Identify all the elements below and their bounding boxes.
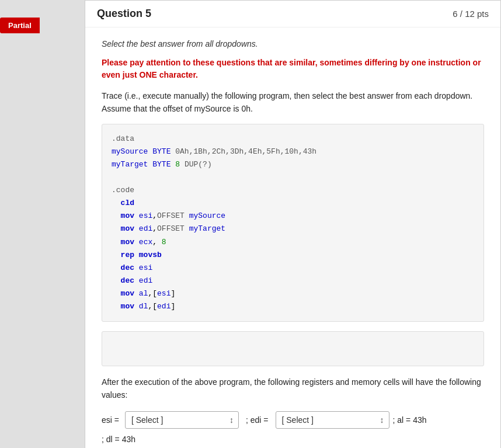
partial-badge: Partial [0,18,40,33]
esi-select-arrow-icon: ↕ [227,415,236,425]
edi-select-wrapper[interactable]: [ Select ] 0h 7h 8h 9h 10h 43h ↕ [276,411,389,429]
description-text: Trace (i.e., execute manually) the follo… [102,89,484,116]
code-line-8: mov ecx, 8 [112,236,474,249]
code-line-13: mov dl,[edi] [112,300,474,313]
edi-select-arrow-icon: ↕ [378,415,387,425]
al-value: ; al = 43h [393,415,427,425]
after-text: After the execution of the above program… [102,376,484,402]
code-line-5: cld [112,197,474,210]
code-line-2: mySource BYTE 0Ah,1Bh,2Ch,3Dh,4Eh,5Fh,10… [112,145,474,158]
code-line-6: mov esi,OFFSET mySource [112,210,474,223]
content-area: Select the best answer from all dropdown… [85,27,500,448]
answer-row-1: esi = [ Select ] 0h 7h 8h 9h 10h 43h ↕ ;… [102,411,484,429]
main-content: Question 5 6 / 12 pts Select the best an… [85,0,501,448]
code-line-11: dec edi [112,275,474,287]
code-blank [112,171,474,184]
edi-separator-label: ; edi = [246,415,269,425]
dl-line: ; dl = 43h [102,435,484,444]
code-line-3: myTarget BYTE 8 DUP(?) [112,158,474,171]
code-block: .data mySource BYTE 0Ah,1Bh,2Ch,3Dh,4Eh,… [102,124,484,322]
code-line-4: .code [112,184,474,197]
code-line-9: rep movsb [112,249,474,262]
text-box-area [102,331,484,366]
question-title: Question 5 [97,8,151,20]
instruction-text: Select the best answer from all dropdown… [102,39,484,48]
esi-select-wrapper[interactable]: [ Select ] 0h 7h 8h 9h 10h 43h ↕ [125,411,239,429]
left-panel: Partial [0,0,85,448]
warning-text: Please pay attention to these questions … [102,57,484,81]
code-line-1: .data [112,133,474,145]
question-header: Question 5 6 / 12 pts [85,1,500,27]
code-line-7: mov edi,OFFSET myTarget [112,223,474,235]
question-pts: 6 / 12 pts [453,9,489,19]
code-line-12: mov al,[esi] [112,287,474,300]
esi-select[interactable]: [ Select ] 0h 7h 8h 9h 10h 43h [128,413,227,427]
esi-label: esi = [102,415,119,425]
edi-select[interactable]: [ Select ] 0h 7h 8h 9h 10h 43h [279,413,378,427]
code-line-10: dec esi [112,262,474,275]
